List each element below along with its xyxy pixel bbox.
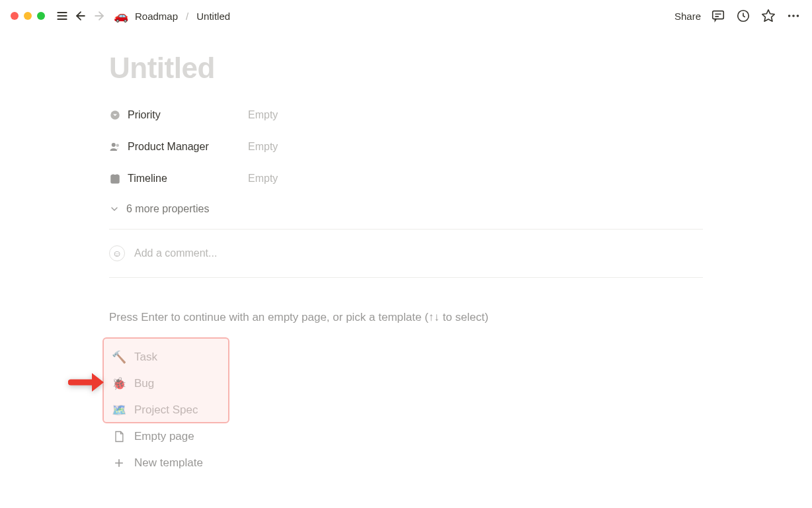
more-menu-icon[interactable]: [786, 8, 801, 24]
property-label-text: Priority: [128, 109, 161, 121]
plus-icon: [112, 456, 126, 470]
svg-point-11: [792, 15, 795, 17]
person-property-icon: [109, 141, 121, 153]
updates-icon[interactable]: [735, 8, 751, 24]
more-properties-label: 6 more properties: [126, 203, 209, 215]
map-icon: 🗺️: [112, 403, 126, 417]
topbar: 🚗 Roadmap / Untitled Share: [0, 0, 812, 32]
breadcrumb: 🚗 Roadmap / Untitled: [114, 9, 233, 23]
divider: [109, 277, 703, 278]
property-label[interactable]: Priority: [109, 109, 248, 121]
property-label[interactable]: Product Manager: [109, 141, 248, 153]
app-window: 🚗 Roadmap / Untitled Share Untitled: [0, 0, 812, 508]
template-item-label: Project Spec: [134, 403, 198, 417]
sidebar-toggle-button[interactable]: [53, 7, 71, 25]
svg-rect-16: [111, 175, 119, 183]
property-label-text: Timeline: [128, 173, 167, 185]
svg-rect-5: [713, 11, 724, 19]
bug-icon: 🐞: [112, 376, 126, 391]
svg-point-14: [112, 143, 116, 147]
chevron-down-icon: [109, 204, 120, 214]
comments-icon[interactable]: [710, 8, 726, 24]
page-content: Untitled Priority Empty Product Manager …: [0, 32, 812, 476]
hammer-icon: 🔨: [112, 350, 126, 364]
page-title[interactable]: Untitled: [109, 52, 703, 85]
share-button[interactable]: Share: [669, 8, 706, 24]
template-item-empty-page[interactable]: Empty page: [109, 423, 703, 450]
window-controls: [11, 12, 45, 20]
comment-row: ☺ Add a comment...: [109, 235, 703, 272]
template-item-bug[interactable]: 🐞 Bug: [109, 370, 703, 397]
properties-list: Priority Empty Product Manager Empty Tim…: [109, 99, 703, 224]
property-value[interactable]: Empty: [248, 109, 278, 121]
template-item-new-template[interactable]: New template: [109, 450, 703, 476]
breadcrumb-parent-icon: 🚗: [114, 9, 128, 23]
template-item-task[interactable]: 🔨 Task: [109, 344, 703, 370]
template-list: 🔨 Task 🐞 Bug 🗺️ Project Spec Empty page: [109, 344, 703, 476]
breadcrumb-separator: /: [186, 11, 188, 22]
maximize-window-button[interactable]: [37, 12, 45, 20]
property-label[interactable]: Timeline: [109, 173, 248, 185]
property-label-text: Product Manager: [128, 141, 209, 153]
avatar: ☺: [109, 245, 125, 261]
property-row-priority: Priority Empty: [109, 99, 703, 131]
property-value[interactable]: Empty: [248, 173, 278, 185]
annotation-arrow: [68, 370, 105, 397]
comment-input[interactable]: Add a comment...: [134, 247, 217, 259]
property-row-product-manager: Product Manager Empty: [109, 131, 703, 163]
template-item-label: Empty page: [134, 430, 194, 443]
svg-point-10: [788, 15, 791, 17]
breadcrumb-parent[interactable]: Roadmap: [132, 9, 181, 23]
minimize-window-button[interactable]: [24, 12, 32, 20]
template-item-label: Bug: [134, 377, 154, 390]
breadcrumb-current[interactable]: Untitled: [194, 9, 233, 23]
template-item-label: Task: [134, 351, 157, 364]
favorite-icon[interactable]: [760, 8, 776, 24]
svg-marker-9: [762, 10, 774, 21]
more-properties-toggle[interactable]: 6 more properties: [109, 194, 703, 224]
property-row-timeline: Timeline Empty: [109, 163, 703, 194]
date-property-icon: [109, 173, 121, 185]
svg-marker-21: [92, 373, 104, 392]
page-icon: [112, 430, 126, 443]
back-button[interactable]: [71, 7, 90, 25]
forward-button[interactable]: [90, 7, 108, 25]
template-item-label: New template: [134, 456, 203, 470]
template-hint-text: Press Enter to continue with an empty pa…: [109, 311, 703, 324]
svg-point-15: [116, 144, 120, 148]
svg-point-12: [797, 15, 799, 17]
divider: [109, 229, 703, 230]
select-property-icon: [109, 109, 121, 121]
template-item-project-spec[interactable]: 🗺️ Project Spec: [109, 397, 703, 423]
property-value[interactable]: Empty: [248, 141, 278, 153]
close-window-button[interactable]: [11, 12, 19, 20]
